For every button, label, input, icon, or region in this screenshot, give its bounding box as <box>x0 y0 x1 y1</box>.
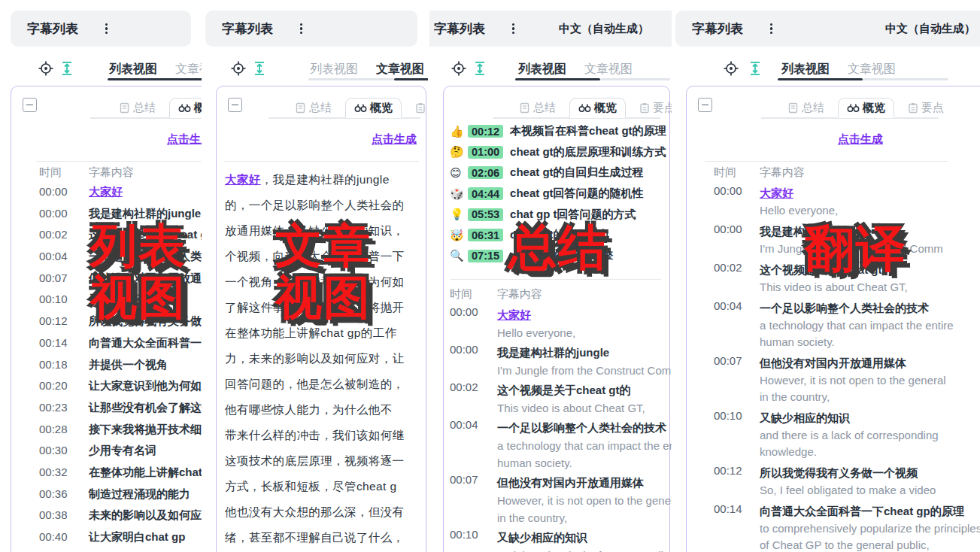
tab-overview[interactable]: 概览 <box>345 98 402 118</box>
subtitle-row[interactable]: 00:07但他没有对国内开放通用媒体However, it is not ope… <box>675 354 980 405</box>
summary-item[interactable]: 👍00:12本视频旨在科普cheat gt的原理 <box>450 121 672 142</box>
timestamp-badge[interactable]: 07:15 <box>468 250 503 262</box>
subtitle-row[interactable]: 00:00我是建构社群的jungleI'm Jungle from the Co… <box>675 223 980 257</box>
subtitle-row[interactable]: 00:12所以我觉得我有义务做一个视频So, I feel obligated … <box>675 464 980 499</box>
kebab-menu-icon[interactable] <box>105 23 108 35</box>
tab-overview[interactable]: 概览 <box>569 98 626 118</box>
subtitle-row[interactable]: 00:00大家好Hello everyone, <box>429 305 672 341</box>
collapse-button[interactable] <box>23 98 37 112</box>
summary-item[interactable]: 🔍07:15chat gp t与搜索引擎 <box>450 246 672 267</box>
crosshair-icon[interactable] <box>230 60 247 77</box>
subtitle-translation: in the country, <box>497 509 672 526</box>
subtitle-row[interactable]: 00:07但他没有对国内开放通用媒体However, it is not ope… <box>429 473 672 526</box>
subtitle-row[interactable]: 00:07但他没有对国内开放通用媒体 <box>0 271 202 293</box>
page-title: 字幕列表 <box>434 20 485 38</box>
subtitle-row[interactable]: 00:10又缺少相应的知识and there is a lack of corr… <box>429 528 672 552</box>
tab-summary[interactable]: 总结 <box>113 99 162 117</box>
tab-overview[interactable]: 概览 <box>838 98 894 118</box>
kebab-menu-icon[interactable] <box>770 23 772 35</box>
subtitle-row[interactable]: 00:10又缺少相应的知识and there is a lack of corr… <box>675 409 980 460</box>
generate-link[interactable]: 点击生成 <box>838 132 883 147</box>
subtitle-row[interactable]: 00:18并提供一个视角 <box>0 358 202 380</box>
crosshair-icon[interactable] <box>451 60 467 77</box>
overview-icon <box>847 102 860 113</box>
subtitle-row[interactable]: 00:20让大家意识到他为何如此轰动 <box>0 379 202 401</box>
crosshair-icon[interactable] <box>38 60 54 77</box>
timestamp-badge[interactable]: 00:12 <box>468 125 503 138</box>
subtitle-row[interactable]: 00:38未来的影响以及如何应对 <box>0 508 202 530</box>
timestamp-badge[interactable]: 02:06 <box>468 166 503 179</box>
summary-item[interactable]: 🤔01:00cheat gt的底层原理和训练方式 <box>450 142 672 163</box>
collapse-button[interactable] <box>228 98 242 112</box>
subtitle-text: 但他没有对国内开放通用媒体 <box>89 271 202 286</box>
tab-article-view[interactable]: 文章视图 <box>584 62 633 77</box>
subtitle-row[interactable]: 00:28接下来我将抛开技术细节 <box>0 423 202 444</box>
subtitle-row[interactable]: 00:00我是建构社群的jungle <box>0 207 202 229</box>
summary-item[interactable]: 🎲04:44cheat gt回答问题的随机性 <box>450 183 672 205</box>
tab-keypoints[interactable]: 要点 <box>409 99 428 117</box>
subtitle-row[interactable]: 00:32在整体功能上讲解chat gp的工作方式 <box>0 466 202 487</box>
tab-keypoints[interactable]: 要点 <box>633 99 672 117</box>
timestamp-badge[interactable]: 01:00 <box>468 146 503 159</box>
collapse-button[interactable] <box>698 98 712 112</box>
kebab-menu-icon[interactable] <box>512 23 514 35</box>
subtitle-text: 少用专有名词 <box>89 444 156 458</box>
summary-item[interactable]: 💡05:53chat gp t回答问题的方式 <box>450 204 672 225</box>
subtitle-time: 00:02 <box>450 381 478 393</box>
subtitle-row[interactable]: 00:02这个视频是关于cheat gt的This video is about… <box>675 261 980 296</box>
tab-keypoints[interactable]: 要点 <box>902 99 950 117</box>
subtitle-row[interactable]: 00:14向普通大众全面科普一下cheat gp的原理 <box>0 336 202 358</box>
vertical-fit-icon[interactable] <box>59 60 75 77</box>
tab-list-view[interactable]: 列表视图 <box>781 62 830 77</box>
timestamp-badge[interactable]: 05:53 <box>468 208 503 221</box>
subtitle-row[interactable]: 00:40让大家明白chat gp <box>0 530 202 552</box>
article-lead-link[interactable]: 大家好 <box>225 173 261 186</box>
subtitle-row[interactable]: 00:30少用专有名词 <box>0 444 202 466</box>
subtitle-row[interactable]: 00:04一个足以影响整个人类社会的技术 <box>0 250 202 271</box>
tab-article-view[interactable]: 文章视图 <box>175 62 202 77</box>
tab-overview[interactable]: 概览 <box>169 98 202 118</box>
tab-article-view[interactable]: 文章视图 <box>848 62 896 77</box>
subtitle-row[interactable]: 00:36制造过程涌现的能力 <box>0 487 202 509</box>
subtitle-text-link[interactable]: 大家好 <box>760 184 980 202</box>
article-line: 个视频，向普通大众全面科普一下 <box>225 244 428 269</box>
tab-list-view[interactable]: 列表视图 <box>109 62 157 77</box>
subtitle-row[interactable]: 00:14向普通大众全面科普一下cheat gp的原理to comprehens… <box>675 502 980 552</box>
subtitle-row[interactable]: 00:10又缺少相应的知识 <box>0 293 202 314</box>
summary-item[interactable]: 🤯06:31cheat gt的惊人能力 <box>450 225 672 246</box>
vertical-fit-icon[interactable] <box>251 60 268 77</box>
timestamp-badge[interactable]: 06:31 <box>468 229 503 241</box>
vertical-fit-icon[interactable] <box>472 60 488 77</box>
subtitle-row[interactable]: 00:02这个视频是关于cheat gt的This video is about… <box>429 381 672 417</box>
tab-summary[interactable]: 总结 <box>781 99 830 117</box>
subtitle-row[interactable]: 00:02这个视频是关于cheat gt的 <box>0 228 202 250</box>
subtitle-translation: human society. <box>760 334 980 350</box>
tab-list-view[interactable]: 列表视图 <box>310 62 358 77</box>
generate-link[interactable]: 点击生成 <box>167 132 202 147</box>
subtitle-text: 我是建构社群的jungle <box>89 207 201 221</box>
tab-article-view[interactable]: 文章视图 <box>376 62 424 77</box>
subtitle-row[interactable]: 00:12所以我觉得我有义务做一个视频 <box>0 314 202 336</box>
subtitle-row[interactable]: 00:23让那些没有机会了解这件事的人 <box>0 401 202 423</box>
timestamp-badge[interactable]: 04:44 <box>468 187 503 200</box>
article-line: 方式，长板和短板，尽管cheat g <box>225 474 428 499</box>
subtitle-row[interactable]: 00:00我是建构社群的jungleI'm Jungle from the Co… <box>429 343 672 379</box>
summary-item[interactable]: 😊02:06cheat gt的自回归生成过程 <box>450 162 672 183</box>
article-line: 这项技术的底层原理，视频将逐一 <box>225 448 428 474</box>
subtitle-text-link[interactable]: 大家好 <box>497 305 672 324</box>
tab-summary[interactable]: 总结 <box>289 99 338 117</box>
subtitle-time: 00:02 <box>714 261 742 274</box>
tab-list-view[interactable]: 列表视图 <box>518 62 566 77</box>
subtitle-row[interactable]: 00:00大家好 <box>0 185 202 207</box>
tab-summary[interactable]: 总结 <box>513 99 562 117</box>
generate-link[interactable]: 点击生成 <box>372 132 417 147</box>
subtitle-row[interactable]: 00:04一个足以影响整个人类社会的技术a technology that ca… <box>675 299 980 350</box>
subtitle-time: 00:00 <box>39 185 68 198</box>
kebab-menu-icon[interactable] <box>300 23 302 35</box>
subtitle-row[interactable]: 00:00大家好Hello everyone, <box>675 184 980 219</box>
vertical-fit-icon[interactable] <box>747 60 763 77</box>
subtitle-row[interactable]: 00:04一个足以影响整个人类社会的技术a technology that ca… <box>429 418 672 472</box>
crosshair-icon[interactable] <box>723 60 739 77</box>
subtitle-text-link[interactable]: 大家好 <box>89 185 123 199</box>
article-line: 力，未来的影响以及如何应对，让 <box>225 346 428 372</box>
